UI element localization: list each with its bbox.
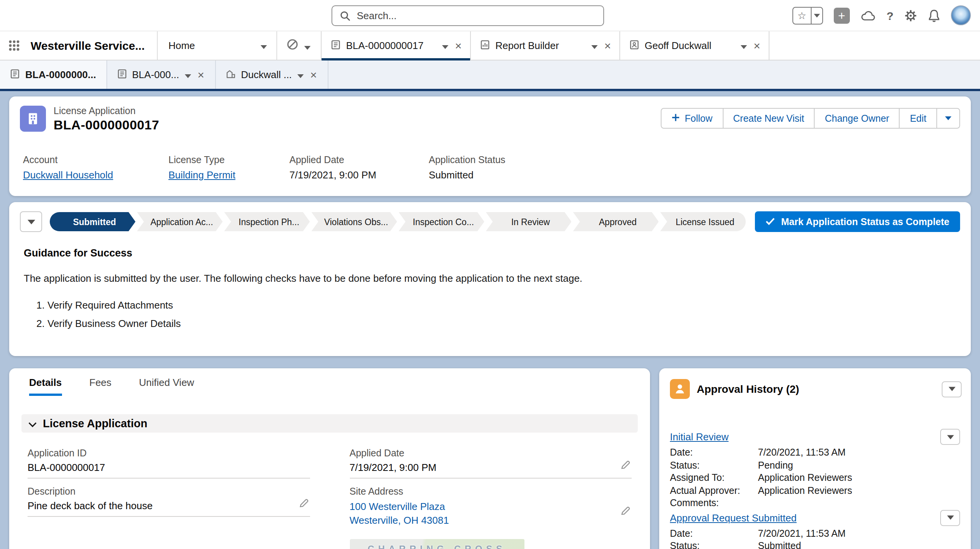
header-icon-cluster: ☆ + ? xyxy=(792,0,971,31)
path-stage-inspection-complete[interactable]: Inspection Co... xyxy=(399,212,484,231)
close-icon[interactable]: × xyxy=(197,69,205,80)
search-icon xyxy=(340,10,351,21)
entity-label: License Application xyxy=(54,106,661,116)
path-stage-inspection-phase[interactable]: Inspection Ph... xyxy=(224,212,310,231)
create-new-visit-button[interactable]: Create New Visit xyxy=(722,108,815,129)
search-input[interactable] xyxy=(357,10,596,21)
chevron-down-icon[interactable] xyxy=(740,40,747,51)
approval-item-link[interactable]: Initial Review xyxy=(670,431,728,443)
edit-button[interactable]: Edit xyxy=(899,108,937,129)
site-address-line1-link[interactable]: 100 Westerville Plaza xyxy=(350,500,632,514)
field-applied-date: Applied Date 7/19/2021, 9:00 PM xyxy=(350,448,632,479)
approval-item-initial-review: Initial Review Date:7/20/2021, 11:53 AM … xyxy=(670,430,960,510)
help-cloud-icon[interactable] xyxy=(861,10,876,21)
record-icon xyxy=(10,69,20,81)
section-license-application[interactable]: License Application xyxy=(21,414,638,433)
workspace-tab-label: BLA-0000000017 xyxy=(346,40,436,51)
subtab-bla-secondary[interactable]: BLA-000... × xyxy=(107,60,216,89)
change-owner-button[interactable]: Change Owner xyxy=(814,108,900,129)
chevron-down-icon[interactable] xyxy=(442,40,449,51)
chevron-down-icon[interactable] xyxy=(297,69,304,80)
workspace-tabbar-filler xyxy=(769,31,980,60)
path-stage-submitted[interactable]: Submitted xyxy=(50,212,136,231)
highlight-field-license-type: License Type Building Permit xyxy=(168,155,289,181)
subtab-duckwall-household[interactable]: Duckwall ... × xyxy=(216,60,328,89)
mark-complete-button[interactable]: Mark Application Status as Complete xyxy=(755,211,960,232)
guidance-title: Guidance for Success xyxy=(24,247,960,259)
chevron-down-icon[interactable] xyxy=(304,39,311,52)
approval-item-link[interactable]: Approval Request Submitted xyxy=(670,512,797,523)
subtab-label: BLA-0000000... xyxy=(25,69,96,80)
approval-item-menu-button[interactable] xyxy=(940,510,960,526)
highlight-field-applied-date: Applied Date 7/19/2021, 9:00 PM xyxy=(289,155,429,181)
subtab-label: Duckwall ... xyxy=(241,69,292,80)
object-circle-icon xyxy=(287,38,299,53)
workspace-tab-label: Report Builder xyxy=(495,40,586,51)
follow-button[interactable]: Follow xyxy=(661,108,723,129)
chevron-down-icon[interactable] xyxy=(185,69,191,80)
check-icon xyxy=(766,216,775,227)
highlight-field-account: Account Duckwall Household xyxy=(23,155,168,181)
global-actions-add-icon[interactable]: + xyxy=(834,7,850,23)
path-toggle-button[interactable] xyxy=(20,211,42,232)
console-nav-bar: Westerville Service... Home BLA-00000000… xyxy=(0,31,980,60)
path-stage-license-issued[interactable]: License Issued xyxy=(660,212,746,231)
nav-item-object[interactable] xyxy=(276,31,321,60)
edit-pencil-icon[interactable] xyxy=(299,497,308,511)
approval-item-menu-button[interactable] xyxy=(940,429,960,445)
chevron-down-icon[interactable] xyxy=(591,40,598,51)
close-icon[interactable]: × xyxy=(603,40,612,51)
user-avatar[interactable] xyxy=(951,5,971,25)
salesforce-console: ☆ + ? Westerville Service... xyxy=(0,0,980,549)
approval-history-menu-button[interactable] xyxy=(942,381,962,397)
field-site-address: Site Address 100 Westerville Plaza Weste… xyxy=(350,486,632,531)
favorites-star-icon[interactable]: ☆ xyxy=(793,7,811,23)
license-type-link[interactable]: Building Permit xyxy=(168,169,235,181)
workspace-tab-bla-0000000017[interactable]: BLA-0000000017 × xyxy=(321,31,470,60)
approval-history-title: Approval History (2) xyxy=(697,383,935,395)
approval-row: Status:Pending xyxy=(670,459,960,472)
more-actions-button[interactable] xyxy=(936,108,960,129)
site-address-line2-link[interactable]: Westerville, OH 43081 xyxy=(350,514,632,528)
path-stage-application-accepted[interactable]: Application Ac... xyxy=(137,212,223,231)
chevron-down-icon xyxy=(28,417,37,430)
field-application-id: Application ID BLA-0000000017 xyxy=(28,448,310,479)
highlight-field-application-status: Application Status Submitted xyxy=(429,155,505,181)
approval-item-request-submitted: Approval Request Submitted Date:7/20/202… xyxy=(670,511,960,549)
path-track: Submitted Application Ac... Inspection P… xyxy=(50,212,746,231)
notifications-bell-icon[interactable] xyxy=(928,9,940,22)
household-icon xyxy=(225,69,235,81)
workspace-tab-report-builder[interactable]: Report Builder × xyxy=(470,31,619,60)
nav-item-home[interactable]: Home xyxy=(157,31,276,60)
workspace-tab-geoff-duckwall[interactable]: Geoff Duckwall × xyxy=(619,31,769,60)
close-icon[interactable]: × xyxy=(753,40,761,51)
path-stage-approved[interactable]: Approved xyxy=(573,212,659,231)
tab-unified-view[interactable]: Unified View xyxy=(139,368,194,396)
help-question-icon[interactable]: ? xyxy=(887,9,893,22)
chevron-down-icon[interactable] xyxy=(260,40,267,51)
approval-row: Assigned To:Application Reviewers xyxy=(670,472,960,484)
global-search[interactable] xyxy=(332,5,604,26)
path-card: Submitted Application Ac... Inspection P… xyxy=(9,202,971,356)
edit-pencil-icon[interactable] xyxy=(621,505,630,518)
guidance-text: The application is submitted by the user… xyxy=(24,273,960,284)
detail-tabs: Details Fees Unified View xyxy=(9,368,650,396)
account-link[interactable]: Duckwall Household xyxy=(23,169,113,181)
tab-fees[interactable]: Fees xyxy=(89,368,111,396)
subtab-bla-record[interactable]: BLA-0000000... xyxy=(0,60,107,89)
nav-item-home-label: Home xyxy=(168,40,195,51)
path-stage-in-review[interactable]: In Review xyxy=(486,212,572,231)
guidance-step: Verify Required Attachments xyxy=(47,296,960,315)
workspace-tab-label: Geoff Duckwall xyxy=(645,40,735,51)
edit-pencil-icon[interactable] xyxy=(621,459,630,472)
close-icon[interactable]: × xyxy=(454,40,462,51)
tab-details[interactable]: Details xyxy=(29,368,62,396)
details-card: Details Fees Unified View License Applic… xyxy=(9,368,650,549)
site-address-map[interactable]: CHARRING CROSS xyxy=(350,539,524,549)
close-icon[interactable]: × xyxy=(309,69,318,80)
app-launcher-waffle-icon[interactable] xyxy=(0,31,28,60)
setup-gear-icon[interactable] xyxy=(904,9,917,22)
path-stage-violations-observed[interactable]: Violations Obs... xyxy=(311,212,397,231)
favorites-dropdown-icon[interactable] xyxy=(811,7,822,23)
record-icon xyxy=(331,39,341,52)
